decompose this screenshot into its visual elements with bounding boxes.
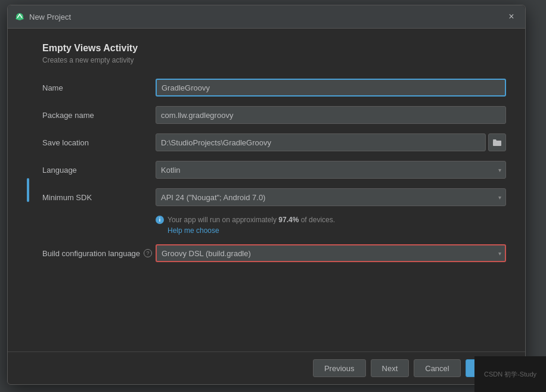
build-config-row: Build configuration language ? Groovy DS… bbox=[42, 244, 506, 262]
minimum-sdk-select[interactable]: API 24 ("Nougat"; Android 7.0) API 21 AP… bbox=[156, 188, 506, 206]
name-row: Name bbox=[42, 79, 506, 97]
info-message: i Your app will run on approximately 97.… bbox=[156, 216, 335, 224]
save-location-input[interactable] bbox=[156, 133, 486, 151]
app-icon bbox=[15, 12, 24, 21]
package-name-row: Package name bbox=[42, 106, 506, 124]
info-percentage: 97.4% bbox=[278, 216, 299, 224]
language-label: Language bbox=[42, 166, 156, 175]
name-input[interactable] bbox=[156, 79, 506, 97]
next-button[interactable]: Next bbox=[371, 359, 410, 377]
save-location-label: Save location bbox=[42, 138, 156, 147]
build-config-label: Build configuration language bbox=[42, 249, 140, 258]
dialog-title: New Project bbox=[29, 13, 505, 21]
build-config-select[interactable]: Groovy DSL (build.gradle) Kotlin DSL (bu… bbox=[156, 244, 506, 262]
build-config-label-area: Build configuration language ? bbox=[42, 249, 156, 258]
info-row: i Your app will run on approximately 97.… bbox=[156, 216, 506, 235]
info-icon: i bbox=[156, 216, 164, 224]
build-config-select-wrapper: Groovy DSL (build.gradle) Kotlin DSL (bu… bbox=[156, 244, 506, 262]
folder-browse-button[interactable] bbox=[488, 133, 506, 151]
svg-point-1 bbox=[16, 18, 18, 20]
dialog-footer: Previous Next Cancel Finish bbox=[8, 351, 525, 384]
section-title: Empty Views Activity bbox=[42, 43, 506, 54]
save-location-input-group bbox=[156, 133, 506, 151]
section-subtitle: Creates a new empty activity bbox=[42, 56, 506, 64]
name-label: Name bbox=[42, 83, 156, 92]
minimum-sdk-label: Minimum SDK bbox=[42, 193, 156, 202]
minimum-sdk-row: Minimum SDK API 24 ("Nougat"; Android 7.… bbox=[42, 188, 506, 206]
help-icon[interactable]: ? bbox=[144, 249, 152, 257]
previous-button[interactable]: Previous bbox=[313, 359, 366, 377]
language-select-wrapper: Kotlin Java ▾ bbox=[156, 161, 506, 179]
language-row: Language Kotlin Java ▾ bbox=[42, 161, 506, 179]
new-project-dialog: New Project × Empty Views Activity Creat… bbox=[7, 5, 526, 385]
cancel-button[interactable]: Cancel bbox=[414, 359, 460, 377]
language-select[interactable]: Kotlin Java bbox=[156, 161, 506, 179]
svg-point-2 bbox=[22, 18, 24, 20]
csdn-watermark: CSDN 初学-Study bbox=[474, 356, 546, 392]
package-name-label: Package name bbox=[42, 111, 156, 120]
svg-rect-3 bbox=[493, 141, 501, 146]
form-area: Empty Views Activity Creates a new empty… bbox=[42, 43, 506, 337]
title-bar: New Project × bbox=[8, 5, 525, 29]
dialog-content: Empty Views Activity Creates a new empty… bbox=[8, 29, 525, 351]
nav-indicator bbox=[27, 178, 29, 202]
package-name-input[interactable] bbox=[156, 106, 506, 124]
left-nav-strip bbox=[27, 43, 30, 337]
close-button[interactable]: × bbox=[505, 10, 518, 23]
save-location-row: Save location bbox=[42, 133, 506, 151]
help-me-choose-link[interactable]: Help me choose bbox=[167, 226, 219, 235]
minimum-sdk-select-wrapper: API 24 ("Nougat"; Android 7.0) API 21 AP… bbox=[156, 188, 506, 206]
